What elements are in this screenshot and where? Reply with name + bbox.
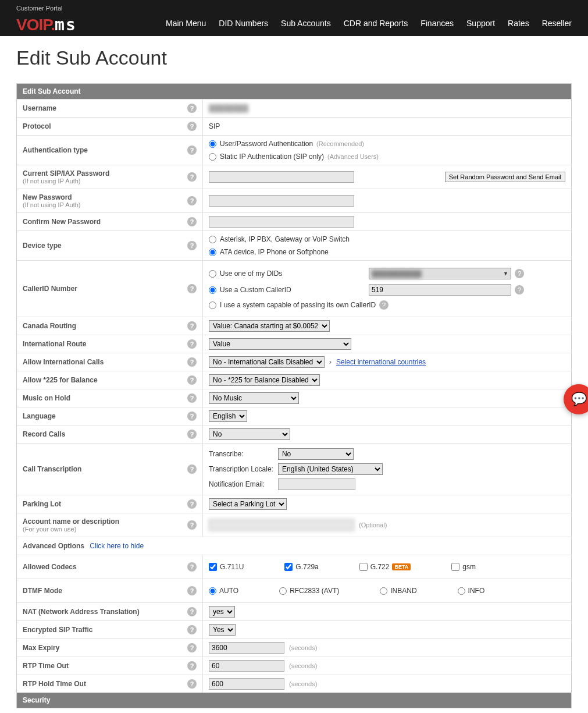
chevron-right-icon: › (329, 358, 332, 366)
nav-rates[interactable]: Rates (508, 19, 529, 28)
label-confirm-pw: Confirm New Password (23, 218, 187, 226)
input-current-password[interactable] (209, 171, 354, 183)
radio-auth-staticip[interactable] (209, 153, 216, 161)
help-icon[interactable]: ? (187, 284, 197, 293)
edit-panel: Edit Sub Account Username? ████████ Prot… (16, 83, 572, 708)
label-parking: Parking Lot (23, 500, 187, 508)
radio-callerid-custom[interactable] (209, 286, 216, 294)
header: Customer Portal VOIP.ms Main Menu DID Nu… (0, 0, 588, 36)
nav-reseller[interactable]: Reseller (542, 19, 572, 28)
radio-dtmf-info[interactable] (458, 587, 465, 595)
label-max-expiry: Max Expiry (23, 644, 187, 652)
radio-dtmf-auto[interactable] (209, 587, 216, 595)
help-icon[interactable]: ? (187, 172, 197, 182)
radio-device-ata[interactable] (209, 249, 216, 256)
radio-callerid-did[interactable] (209, 270, 216, 278)
select-transcribe[interactable]: No (278, 448, 354, 460)
label-new-pw: New Password (23, 193, 72, 201)
help-icon[interactable]: ? (379, 300, 389, 310)
label-canada-routing: Canada Routing (23, 322, 187, 330)
page-title: Edit Sub Account (0, 36, 588, 83)
help-icon[interactable]: ? (187, 357, 197, 367)
radio-callerid-system[interactable] (209, 301, 216, 309)
help-icon[interactable]: ? (187, 146, 197, 155)
select-record-calls[interactable]: No (209, 428, 290, 440)
label-protocol: Protocol (23, 122, 187, 130)
label-device-type: Device type (23, 242, 187, 250)
help-icon[interactable]: ? (187, 122, 197, 131)
input-account-name[interactable] (209, 519, 354, 531)
help-icon[interactable]: ? (187, 607, 197, 616)
input-confirm-password[interactable] (209, 216, 354, 228)
label-transcription: Call Transcription (23, 465, 187, 473)
select-language[interactable]: English (209, 410, 247, 422)
checkbox-codec-gsm[interactable] (451, 563, 459, 571)
help-icon[interactable]: ? (187, 375, 197, 385)
label-dtmf: DTMF Mode (23, 587, 187, 595)
help-icon[interactable]: ? (187, 339, 197, 349)
select-allow-intl[interactable]: No - International Calls Disabled (209, 356, 325, 368)
label-intl-route: International Route (23, 340, 187, 348)
help-icon[interactable]: ? (187, 104, 197, 113)
input-rtp-timeout[interactable] (209, 660, 284, 672)
help-icon[interactable]: ? (515, 269, 524, 278)
radio-device-pbx[interactable] (209, 236, 216, 243)
input-max-expiry[interactable] (209, 642, 284, 654)
help-icon[interactable]: ? (515, 285, 524, 295)
help-icon[interactable]: ? (187, 679, 197, 689)
chevron-down-icon: ▼ (503, 271, 508, 276)
help-icon[interactable]: ? (187, 643, 197, 652)
set-random-password-button[interactable]: Set Random Password and Send Email (445, 172, 565, 182)
help-icon[interactable]: ? (187, 321, 197, 331)
main-nav: Main Menu DID Numbers Sub Accounts CDR a… (166, 13, 572, 36)
did-dropdown[interactable]: ███████████▼ (369, 268, 511, 279)
label-account-name: Account name or description (23, 517, 119, 526)
nav-main-menu[interactable]: Main Menu (166, 19, 206, 28)
input-custom-callerid[interactable] (369, 284, 511, 296)
nav-sub-accounts[interactable]: Sub Accounts (281, 19, 331, 28)
logo[interactable]: VOIP.ms (16, 15, 77, 34)
nav-finances[interactable]: Finances (420, 19, 454, 28)
help-icon[interactable]: ? (187, 499, 197, 509)
radio-dtmf-rfc2833[interactable] (279, 587, 287, 595)
help-icon[interactable]: ? (187, 412, 197, 421)
radio-auth-userpass[interactable] (209, 140, 216, 148)
select-parking-lot[interactable]: Select a Parking Lot (209, 498, 287, 510)
select-allow-225[interactable]: No - *225 for Balance Disabled (209, 374, 320, 386)
input-new-password[interactable] (209, 195, 354, 207)
nav-did-numbers[interactable]: DID Numbers (219, 19, 268, 28)
input-rtp-hold-timeout[interactable] (209, 678, 284, 690)
checkbox-codec-g729a[interactable] (284, 563, 293, 571)
select-encrypted-sip[interactable]: Yes (209, 624, 236, 636)
help-icon[interactable]: ? (187, 430, 197, 439)
help-icon[interactable]: ? (187, 196, 197, 205)
radio-dtmf-inband[interactable] (380, 587, 387, 595)
advanced-toggle-link[interactable]: Click here to hide (90, 542, 144, 550)
label-rtp-timeout: RTP Time Out (23, 662, 187, 670)
select-intl-route[interactable]: Value (209, 338, 351, 350)
select-transcription-locale[interactable]: English (United States) (278, 463, 383, 475)
label-allowed-codecs: Allowed Codecs (23, 563, 187, 571)
help-icon[interactable]: ? (187, 217, 197, 226)
label-current-pw: Current SIP/IAX Password (23, 169, 109, 178)
help-icon[interactable]: ? (187, 393, 197, 403)
checkbox-codec-g711u[interactable] (209, 563, 217, 571)
select-canada-routing[interactable]: Value: Canada starting at $0.0052 (209, 320, 330, 332)
input-notification-email[interactable] (278, 478, 355, 490)
help-icon[interactable]: ? (187, 464, 197, 474)
help-icon[interactable]: ? (187, 661, 197, 671)
help-icon[interactable]: ? (187, 625, 197, 634)
help-icon[interactable]: ? (187, 241, 197, 250)
link-select-intl-countries[interactable]: Select international countries (336, 358, 426, 366)
select-nat[interactable]: yes (209, 606, 235, 618)
portal-label: Customer Portal (16, 5, 572, 12)
nav-cdr-reports[interactable]: CDR and Reports (344, 19, 408, 28)
help-icon[interactable]: ? (187, 562, 197, 572)
label-allow-intl: Allow International Calls (23, 358, 187, 366)
checkbox-codec-g722[interactable] (359, 563, 368, 571)
help-icon[interactable]: ? (187, 520, 197, 530)
help-icon[interactable]: ? (187, 586, 197, 595)
nav-support[interactable]: Support (466, 19, 495, 28)
select-moh[interactable]: No Music (209, 392, 299, 404)
label-rtp-hold-timeout: RTP Hold Time Out (23, 680, 187, 688)
